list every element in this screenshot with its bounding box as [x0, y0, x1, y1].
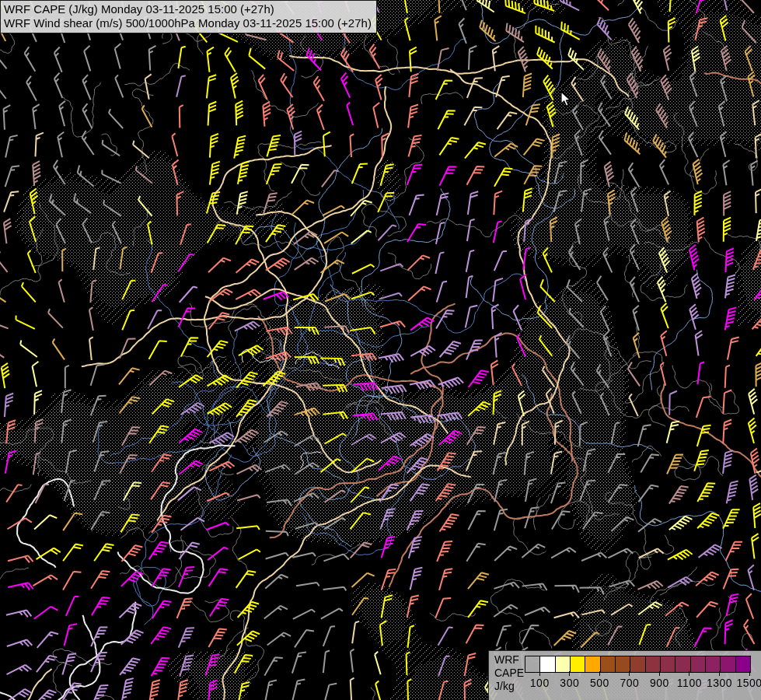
legend-color-step	[736, 656, 750, 672]
legend-tick	[659, 671, 660, 676]
legend-color-step	[630, 656, 645, 672]
legend-tick	[749, 671, 750, 676]
legend-tick	[539, 671, 540, 676]
legend-color-step	[571, 656, 585, 672]
legend-color-step	[601, 656, 616, 672]
legend-color-step	[691, 656, 706, 672]
legend-tick	[719, 671, 720, 676]
legend-color-step	[616, 656, 630, 672]
legend-tick-label: 500	[590, 677, 609, 689]
legend-label-wrf: WRF	[494, 654, 519, 665]
legend-tick	[569, 671, 570, 676]
weather-map-canvas	[0, 0, 761, 700]
legend-color-step	[721, 656, 735, 672]
legend-tick	[689, 671, 689, 676]
legend-tick-label: 300	[560, 677, 579, 689]
map-title-overlay: WRF CAPE (J/kg) Monday 03-11-2025 15:00 …	[0, 0, 377, 33]
legend-tick-label: 1500	[736, 677, 761, 689]
legend-label-cape: CAPE	[494, 667, 524, 678]
legend-color-step	[661, 656, 675, 672]
wrf-map-viewport: WRF CAPE (J/kg) Monday 03-11-2025 15:00 …	[0, 0, 761, 700]
legend-color-step	[646, 656, 661, 672]
title-line-shear: WRF Wind shear (m/s) 500/1000hPa Monday …	[4, 16, 372, 30]
legend-color-step	[585, 656, 600, 672]
legend-tick-label: 700	[620, 677, 639, 689]
legend-tick	[629, 671, 630, 676]
legend-tick-label: 100	[530, 677, 550, 689]
cape-legend: WRF CAPE J/kg 10030050070090011001300150…	[488, 650, 761, 700]
title-line-cape: WRF CAPE (J/kg) Monday 03-11-2025 15:00 …	[4, 2, 372, 16]
legend-tick	[599, 671, 600, 676]
legend-color-step	[556, 656, 571, 672]
legend-color-step	[706, 656, 721, 672]
legend-colorbar	[525, 656, 751, 673]
legend-color-step	[675, 656, 690, 672]
legend-label-unit: J/kg	[494, 681, 515, 691]
legend-tick-label: 1100	[677, 677, 702, 689]
legend-color-step	[525, 656, 540, 672]
legend-tick-label: 1300	[707, 677, 732, 689]
legend-tick-label: 900	[650, 677, 669, 689]
legend-color-step	[540, 656, 555, 672]
